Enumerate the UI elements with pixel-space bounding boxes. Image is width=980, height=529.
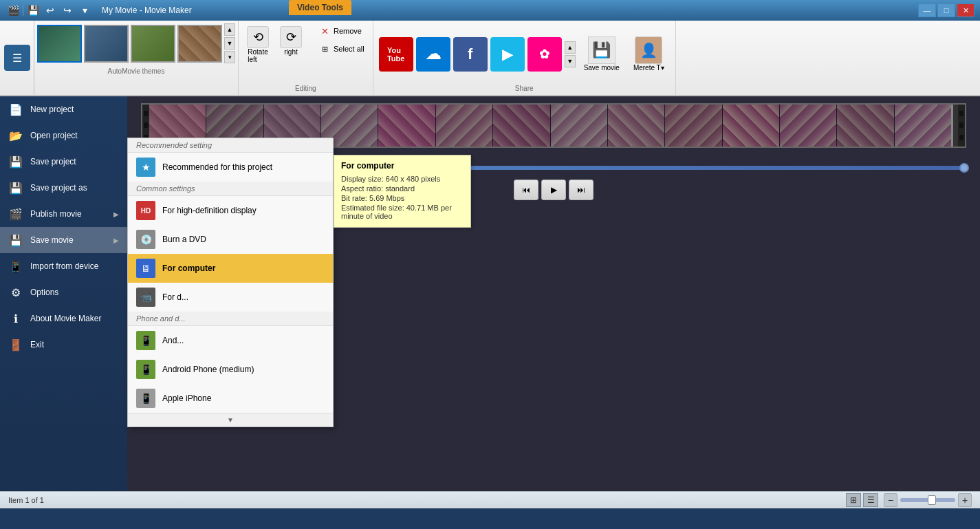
rewind-btn[interactable]: ⏮ — [514, 180, 538, 200]
save-project-icon: 💾 — [8, 154, 23, 169]
for-computer-tooltip: For computer Display size: 640 x 480 pix… — [334, 155, 471, 228]
remove-selectall-group: ✕ Remove ⊞ Select all — [316, 23, 367, 56]
rotate-right-icon: ⟳ — [280, 26, 302, 48]
minimize-btn[interactable]: — — [918, 3, 936, 17]
hd-display-item[interactable]: HD For high-definition display — [128, 196, 333, 225]
forward-btn[interactable]: ⏭ — [569, 180, 594, 200]
film-frame-6 — [436, 105, 492, 147]
menu-import-device[interactable]: 📱 Import from device — [0, 253, 127, 279]
save-movie-submenu: Recommended setting ★ Recommended for th… — [127, 138, 334, 427]
share-scroll-down[interactable]: ▼ — [565, 55, 576, 67]
flickr-btn[interactable]: ✿ — [527, 37, 562, 72]
film-frame-13 — [837, 105, 893, 147]
film-frame-7 — [493, 105, 549, 147]
menu-about[interactable]: ℹ About Movie Maker — [0, 305, 127, 332]
status-item-count: Item 1 of 1 — [8, 496, 44, 504]
vimeo-btn[interactable]: ▶ — [490, 37, 525, 72]
rotate-left-icon: ⟲ — [247, 26, 269, 48]
status-bar: Item 1 of 1 ⊞ ☰ − + — [0, 491, 980, 508]
menu-exit[interactable]: 🚪 Exit — [0, 332, 127, 358]
apple-iphone-item[interactable]: 📱 Apple iPhone — [128, 384, 333, 413]
computer-icon: 🖥 — [136, 259, 155, 278]
save-movie-label: Save movie — [584, 64, 620, 72]
menu-publish-movie[interactable]: 🎬 Publish movie ▶ — [0, 201, 127, 227]
theme-thumb-1[interactable] — [37, 25, 82, 63]
redo-btn[interactable]: ↪ — [60, 3, 75, 18]
android-medium-item[interactable]: 📱 Android Phone (medium) — [128, 355, 333, 384]
merete-btn[interactable]: 👤 Merete T▾ — [628, 34, 670, 74]
theme-scroll-down[interactable]: ▼ — [224, 37, 235, 50]
save-movie-btn[interactable]: 💾 Save movie — [578, 34, 625, 74]
facebook-btn[interactable]: f — [453, 37, 488, 72]
save-quick-btn[interactable]: 💾 — [25, 3, 41, 18]
theme-scroll-up[interactable]: ▲ — [224, 23, 235, 36]
rotate-left-label: Rotateleft — [248, 48, 268, 63]
undo-btn[interactable]: ↩ — [43, 3, 58, 18]
tooltip-title: For computer — [341, 161, 464, 171]
list-view-btn[interactable]: ☰ — [863, 493, 878, 507]
film-frame-12 — [780, 105, 836, 147]
automovie-themes-area: ▲ ▼ ▾ AutoMovie themes — [34, 21, 239, 95]
rotate-left-btn[interactable]: ⟲ Rotateleft — [244, 23, 272, 66]
quick-access-toolbar: 🎬 💾 ↩ ↪ ▾ — [6, 3, 92, 18]
sprocket-hole — [144, 111, 148, 116]
recommended-icon: ★ — [136, 158, 155, 177]
menu-options[interactable]: ⚙ Options — [0, 279, 127, 305]
film-frame-14 — [895, 105, 951, 147]
playback-controls: ⏮ ▶ ⏭ — [514, 180, 594, 200]
title-bar: 🎬 💾 ↩ ↪ ▾ My Movie - Movie Maker Video T… — [0, 0, 980, 21]
for-computer-item[interactable]: 🖥 For computer — [128, 254, 333, 283]
video-tools-tab[interactable]: Video Tools — [289, 0, 351, 15]
theme-thumb-3[interactable] — [131, 25, 175, 63]
share-section: YouTube ☁ f ▶ ✿ ▲ ▼ 💾 Save movie 👤 Meret… — [373, 21, 676, 95]
rotate-right-btn[interactable]: ⟳ right — [277, 23, 305, 58]
zoom-thumb[interactable] — [928, 495, 936, 505]
app-icon: 🎬 — [6, 3, 21, 18]
title-bar-title: My Movie - Movie Maker — [102, 6, 192, 15]
progress-thumb[interactable] — [959, 163, 969, 173]
sprocket-hole — [959, 122, 963, 128]
menu-save-project[interactable]: 💾 Save project — [0, 149, 127, 175]
publish-arrow: ▶ — [113, 210, 119, 218]
submenu-scroll-down[interactable]: ▼ — [128, 413, 333, 427]
theme-thumb-2[interactable] — [84, 25, 129, 63]
open-project-icon: 📂 — [8, 128, 23, 143]
zoom-slider[interactable] — [900, 498, 955, 502]
view-btns: ⊞ ☰ — [846, 493, 878, 507]
window-controls: — □ ✕ — [918, 3, 974, 17]
menu-save-movie[interactable]: 💾 Save movie ▶ — [0, 227, 127, 253]
maximize-btn[interactable]: □ — [937, 3, 955, 17]
theme-thumb-4[interactable] — [177, 25, 222, 63]
youtube-btn[interactable]: YouTube — [379, 37, 413, 72]
title-bar-left: 🎬 💾 ↩ ↪ ▾ My Movie - Movie Maker — [6, 3, 192, 18]
zoom-out-btn[interactable]: − — [884, 493, 897, 507]
share-scroll-up[interactable]: ▲ — [565, 41, 576, 54]
menu-save-project-as[interactable]: 💾 Save project as — [0, 175, 127, 201]
iphone-icon: 📱 — [136, 389, 155, 408]
zoom-in-btn[interactable]: + — [958, 493, 972, 507]
play-btn[interactable]: ▶ — [541, 180, 566, 200]
close-btn[interactable]: ✕ — [957, 3, 974, 17]
automovie-label: AutoMovie themes — [108, 67, 165, 75]
android-small-item[interactable]: 📱 And... — [128, 326, 333, 355]
more-btn[interactable]: ▾ — [77, 3, 92, 18]
share-label: Share — [515, 85, 534, 92]
menu-new-project[interactable]: 📄 New project — [0, 96, 127, 122]
film-frame-8 — [551, 105, 607, 147]
select-all-btn[interactable]: ⊞ Select all — [316, 41, 367, 56]
grid-view-btn[interactable]: ⊞ — [846, 493, 861, 507]
remove-btn[interactable]: ✕ Remove — [316, 23, 367, 39]
recommended-item[interactable]: ★ Recommended for this project — [128, 153, 333, 182]
dv-icon: 📹 — [136, 288, 155, 307]
save-project-as-icon: 💾 — [8, 180, 23, 195]
menu-open-project[interactable]: 📂 Open project — [0, 122, 127, 149]
for-dv-item[interactable]: 📹 For d... — [128, 283, 333, 312]
app-menu-btn[interactable]: ☰ — [0, 21, 34, 95]
burn-dvd-item[interactable]: 💿 Burn a DVD — [128, 225, 333, 254]
editing-label: Editing — [295, 85, 316, 92]
onedrive-btn[interactable]: ☁ — [416, 37, 450, 72]
dvd-icon: 💿 — [136, 230, 155, 249]
android-small-icon: 📱 — [136, 331, 155, 350]
remove-icon: ✕ — [318, 25, 331, 37]
theme-scroll-more[interactable]: ▾ — [224, 51, 235, 63]
